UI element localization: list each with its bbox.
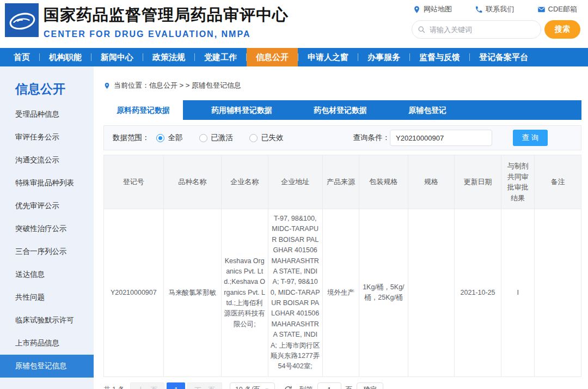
cell-joint-review-result: I (501, 209, 535, 377)
breadcrumb: 当前位置：信息公开 > > 原辅包登记信息 (103, 81, 581, 90)
title-block: 国家药品监督管理局药品审评中心 CENTER FOR DRUG EVALUATI… (44, 4, 289, 39)
col-remarks: 备注 (534, 155, 581, 209)
mailbox-label: CDE邮箱 (548, 4, 577, 14)
chevron-down-icon: ▼ (265, 387, 270, 389)
location-pin-icon (103, 82, 111, 89)
radio-expired-label: 已失效 (261, 133, 284, 143)
nav-item-home[interactable]: 首页 (4, 48, 39, 66)
page-body: 信息公开 受理品种信息 审评任务公示 沟通交流公示 特殊审批品种列表 优先审评公… (0, 66, 588, 389)
radio-activated[interactable]: 已激活 (199, 133, 234, 143)
radio-all[interactable]: 全部 (156, 133, 183, 143)
query-button[interactable]: 查 询 (513, 130, 548, 146)
keyword-search-input[interactable] (430, 26, 535, 34)
site-header: 国家药品监督管理局药品审评中心 CENTER FOR DRUG EVALUATI… (0, 0, 588, 48)
sidebar-item-accepted-varieties[interactable]: 受理品种信息 (0, 103, 94, 126)
search-box (412, 20, 541, 39)
nav-item-party[interactable]: 党建工作 (195, 48, 246, 66)
cell-remarks (534, 209, 581, 377)
table-header-row: 登记号 品种名称 企业名称 企业地址 产品来源 包装规格 规格 更新日期 与制剂… (104, 155, 581, 209)
header-right: 网站地图 联系我们 CDE邮箱 (412, 3, 580, 39)
page-size-select[interactable]: 10 条/页 ▼ (230, 382, 275, 389)
tab-packaging-registration-data[interactable]: 药包材登记数据 (301, 100, 380, 120)
site-title: 国家药品监督管理局药品审评中心 (44, 4, 289, 26)
col-registration-no: 登记号 (104, 155, 164, 209)
nav-item-news[interactable]: 新闻中心 (91, 48, 143, 66)
prev-page-button[interactable]: 上一页 (130, 382, 165, 389)
sidebar-item-apie-registration[interactable]: 原辅包登记信息 (0, 355, 94, 378)
search-icon (418, 26, 426, 34)
pagination: 共 1 条 上一页 1 下一页 10 条/页 ▼ 到第 页 确定 (103, 382, 581, 389)
nav-item-services[interactable]: 办事服务 (358, 48, 409, 66)
cell-registration-no: Y20210000907 (104, 209, 164, 377)
registration-table: 登记号 品种名称 企业名称 企业地址 产品来源 包装规格 规格 更新日期 与制剂… (103, 155, 581, 377)
sidebar: 信息公开 受理品种信息 审评任务公示 沟通交流公示 特殊审批品种列表 优先审评公… (0, 66, 94, 389)
next-page-button[interactable]: 下一页 (187, 382, 222, 389)
sidebar-item-three-in-one[interactable]: 三合一序列公示 (0, 240, 94, 263)
sidebar-item-special-approval[interactable]: 特殊审批品种列表 (0, 172, 94, 194)
sidebar-item-marketed-drugs[interactable]: 上市药品信息 (0, 332, 94, 355)
quick-links: 网站地图 联系我们 CDE邮箱 (412, 3, 580, 14)
tab-apie-registration[interactable]: 原辅包登记 (395, 100, 460, 120)
site-subtitle: CENTER FOR DRUG EVALUATION, NMPA (44, 29, 289, 39)
cell-variety-name: 马来酸氯苯那敏 (163, 209, 221, 377)
nav-item-functions[interactable]: 机构职能 (40, 48, 91, 66)
scope-radio-group: 全部 已激活 已失效 (156, 133, 284, 143)
radio-activated-label: 已激活 (211, 133, 234, 143)
tab-excipient-registration-data[interactable]: 药用辅料登记数据 (198, 100, 285, 120)
cde-logo-icon (5, 3, 39, 37)
main-content: 当前位置：信息公开 > > 原辅包登记信息 原料药登记数据 药用辅料登记数据 药… (94, 66, 588, 389)
cell-company-name: Keshava Organics Pvt. Ltd.;Keshava Organ… (221, 209, 268, 377)
mailbox-link[interactable]: CDE邮箱 (537, 4, 577, 14)
envelope-icon (537, 5, 546, 14)
sidebar-title: 信息公开 (15, 81, 94, 98)
search-button[interactable]: 搜索 (544, 20, 580, 39)
tab-api-registration-data[interactable]: 原料药登记数据 (103, 100, 183, 120)
cell-packaging-spec: 1Kg/桶，5Kg/桶，25Kg/桶 (359, 209, 408, 377)
col-variety-name: 品种名称 (163, 155, 221, 209)
sidebar-item-review-tasks[interactable]: 审评任务公示 (0, 126, 94, 149)
radio-activated-control[interactable] (199, 134, 207, 142)
col-product-source: 产品来源 (322, 155, 359, 209)
radio-all-control[interactable] (156, 134, 164, 142)
sidebar-item-breakthrough-therapy[interactable]: 突破性治疗公示 (0, 217, 94, 240)
nav-item-policy[interactable]: 政策法规 (143, 48, 194, 66)
nav-item-info-disclosure[interactable]: 信息公开 (247, 48, 298, 66)
nav-item-registration-platform[interactable]: 登记备案平台 (470, 48, 537, 66)
col-joint-review-result: 与制剂共同审批审批结果 (501, 155, 535, 209)
sidebar-item-clinical-trial-permission[interactable]: 临床试验默示许可 (0, 309, 94, 332)
goto-page-input[interactable] (317, 382, 341, 389)
col-packaging-spec: 包装规格 (359, 155, 408, 209)
contact-link[interactable]: 联系我们 (475, 4, 514, 14)
col-spec: 规格 (408, 155, 454, 209)
radio-expired[interactable]: 已失效 (249, 133, 284, 143)
sidebar-item-priority-review[interactable]: 优先审评公示 (0, 194, 94, 217)
filter-bar: 数据范围： 全部 已激活 已失效 查询条件： 查 询 (103, 125, 581, 150)
refresh-icon[interactable] (284, 385, 293, 389)
sidebar-item-communication[interactable]: 沟通交流公示 (0, 149, 94, 172)
query-label: 查询条件： (353, 133, 390, 143)
sitemap-link[interactable]: 网站地图 (413, 4, 452, 14)
contact-label: 联系我们 (486, 4, 514, 14)
nav-item-applicant-window[interactable]: 申请人之窗 (298, 48, 358, 66)
scope-label: 数据范围： (113, 133, 150, 143)
radio-all-label: 全部 (168, 133, 183, 143)
query-input[interactable] (390, 130, 492, 146)
sidebar-item-delivery-info[interactable]: 送达信息 (0, 263, 94, 286)
tab-bar: 原料药登记数据 药用辅料登记数据 药包材登记数据 原辅包登记 (103, 100, 581, 120)
breadcrumb-label: 当前位置：信息公开 > > 原辅包登记信息 (114, 81, 241, 90)
phone-icon (475, 5, 483, 14)
cell-product-source: 境外生产 (322, 209, 359, 377)
page-1-button[interactable]: 1 (167, 382, 185, 389)
main-nav: 首页 机构职能 新闻中心 政策法规 党建工作 信息公开 申请人之窗 办事服务 监… (0, 48, 588, 66)
confirm-button[interactable]: 确定 (357, 382, 383, 389)
cell-spec (408, 209, 454, 377)
col-company-address: 企业地址 (268, 155, 322, 209)
location-pin-icon (413, 5, 421, 14)
nav-item-supervision[interactable]: 监督与反馈 (410, 48, 469, 66)
search-row: 搜索 (412, 20, 580, 39)
sitemap-label: 网站地图 (424, 4, 452, 14)
radio-expired-control[interactable] (249, 134, 258, 142)
page-size-value: 10 条/页 (235, 385, 260, 389)
sidebar-item-common-issues[interactable]: 共性问题 (0, 286, 94, 309)
cell-update-date: 2021-10-25 (454, 209, 501, 377)
